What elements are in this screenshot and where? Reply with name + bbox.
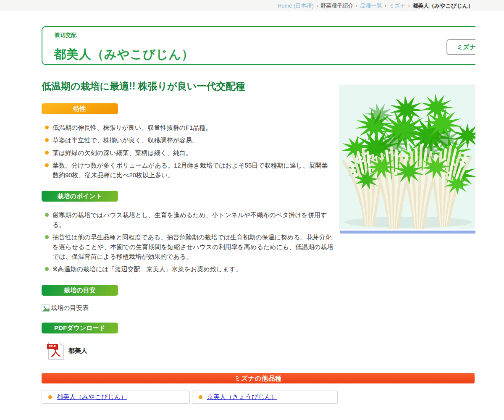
- breadcrumb-variety-list-link[interactable]: 品種一覧: [360, 3, 382, 9]
- image-alt-text: 栽培の目安表: [51, 304, 89, 312]
- broken-image-icon: [42, 304, 50, 312]
- variety-link-kyoubijin[interactable]: 京美人（きょうびじん）: [192, 391, 338, 404]
- brand-label: 渡辺交配: [55, 32, 76, 39]
- page-title: 都美人（みやこびじん）: [54, 46, 194, 63]
- other-varieties-row: 都美人（みやこびじん） 京美人（きょうびじん）: [42, 391, 475, 404]
- breadcrumb-mizuna-link[interactable]: ミズナ: [389, 3, 406, 9]
- content-viewport: 渡辺交配 都美人（みやこびじん） ミズナ 低温期の栽培に最適!! 株張りが良い一…: [0, 11, 475, 420]
- mizuna-product-photo: [338, 84, 475, 229]
- list-item: ※高温期の栽培には「渡辺交配 京美人」水菜をお奨め致します。: [42, 264, 333, 274]
- main-column: 低温期の栽培に最適!! 株張りが良い一代交配種 特性 低温期の伸長性、株張りが良…: [42, 80, 333, 360]
- breadcrumb-seed-intro: 野菜種子紹介: [320, 3, 353, 9]
- pdf-file-name[interactable]: 都美人: [68, 347, 87, 355]
- breadcrumb-home-link[interactable]: Home (日本語): [278, 3, 314, 9]
- variety-link-label[interactable]: 都美人（みやこびじん）: [57, 393, 127, 401]
- bullet-icon: [199, 395, 202, 399]
- product-photo-block: [338, 84, 475, 234]
- cultivation-points-list: 厳寒期の栽培ではハウス栽培とし、生育を進めるため、小トンネルや不織布のベタ掛けを…: [42, 210, 333, 274]
- list-item: 低温期の伸長性、株張りが良い、収量性抜群のF1品種。: [42, 123, 333, 132]
- features-list: 低温期の伸長性、株張りが良い、収量性抜群のF1品種。 草姿は半立性で、株揃いが良…: [42, 123, 333, 180]
- catchphrase-heading: 低温期の栽培に最適!! 株張りが良い一代交配種: [42, 80, 333, 92]
- product-header-box: 渡辺交配 都美人（みやこびじん） ミズナ: [42, 26, 475, 65]
- pdf-file-icon[interactable]: PDF: [48, 342, 63, 360]
- list-item: 葉は鮮緑の欠刻の深い細葉、葉柄は細く、純白。: [42, 148, 333, 158]
- variety-link-label[interactable]: 京美人（きょうびじん）: [207, 393, 277, 401]
- list-item: 抽苔性は他の早生品種と同程度である。抽苔危険期の栽培では生育初期の保温に努める。…: [42, 232, 333, 261]
- breadcrumb-separator: ›: [356, 3, 357, 9]
- breadcrumb-separator: ›: [316, 3, 318, 9]
- breadcrumb-separator: ›: [385, 3, 386, 9]
- list-item: 厳寒期の栽培ではハウス栽培とし、生育を進めるため、小トンネルや不織布のベタ掛けを…: [42, 210, 333, 229]
- cultivation-guide-badge: 栽培の目安: [42, 285, 118, 296]
- other-varieties-bar: ミズナの他品種: [42, 373, 475, 383]
- breadcrumb-current-page: 都美人（みやこびじん）: [412, 3, 473, 9]
- features-badge: 特性: [42, 103, 118, 114]
- cultivation-guide-missing-image: 栽培の目安表: [42, 304, 333, 312]
- pdf-download-link[interactable]: PDF 都美人: [48, 342, 103, 360]
- category-mizuna-button[interactable]: ミズナ: [446, 39, 475, 55]
- photo-bottom-blue-bar: [340, 231, 475, 234]
- bullet-icon: [48, 395, 52, 399]
- list-item: 葉数、分けつ数が多くボリュームがある。12月蒔き栽培ではおよそ55日で収穫期に達…: [42, 160, 333, 180]
- cultivation-points-badge: 栽培のポイント: [42, 191, 118, 202]
- other-varieties-section: ミズナの他品種 都美人（みやこびじん） 京美人（きょうびじん）: [42, 373, 475, 404]
- pdf-download-badge: PDFダウンロード: [42, 323, 118, 333]
- breadcrumb-separator: ›: [408, 3, 410, 9]
- product-page: { "breadcrumb": { "separator": "\u203a",…: [0, 0, 504, 420]
- breadcrumb: Home (日本語)›野菜種子紹介›品種一覧›ミズナ›都美人（みやこびじん）: [0, 0, 504, 11]
- list-item: 草姿は半立性で、株揃いが良く、収穫調整が容易。: [42, 135, 333, 145]
- variety-link-miyakobijin[interactable]: 都美人（みやこびじん）: [42, 391, 190, 404]
